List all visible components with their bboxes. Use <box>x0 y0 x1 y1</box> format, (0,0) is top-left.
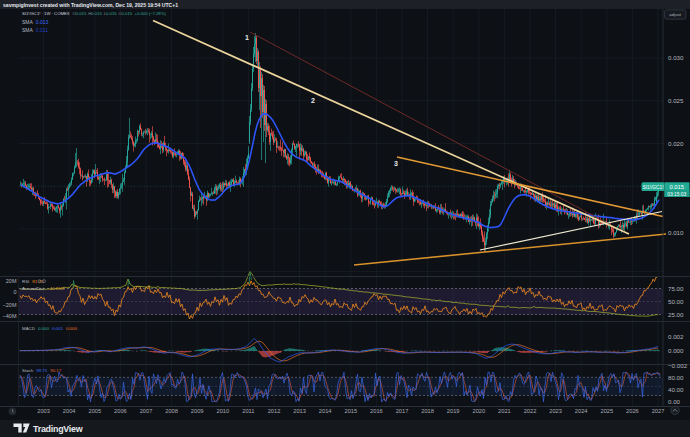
svg-text:0.030: 0.030 <box>668 54 684 61</box>
svg-text:0: 0 <box>13 289 16 295</box>
svg-text:2014: 2014 <box>319 408 332 414</box>
svg-text:2005: 2005 <box>88 408 101 414</box>
svg-text:0.020: 0.020 <box>668 140 684 147</box>
svg-text:2020: 2020 <box>472 408 485 414</box>
svg-text:0.002: 0.002 <box>668 333 684 340</box>
svg-text:2004: 2004 <box>63 408 76 414</box>
svg-text:2010: 2010 <box>216 408 229 414</box>
svg-text:0.010: 0.010 <box>668 229 684 236</box>
svg-text:0.025: 0.025 <box>668 97 684 104</box>
svg-text:2: 2 <box>311 97 315 104</box>
svg-text:TradingView: TradingView <box>33 424 83 434</box>
svg-text:Accum/Dist−40.85M: Accum/Dist−40.85M <box>22 286 65 291</box>
svg-text:2006: 2006 <box>114 408 127 414</box>
svg-text:2008: 2008 <box>165 408 178 414</box>
svg-text:2021: 2021 <box>498 408 511 414</box>
svg-text:2023: 2023 <box>549 408 562 414</box>
svg-text:0.000: 0.000 <box>668 347 684 354</box>
svg-text:2015: 2015 <box>344 408 357 414</box>
svg-text:RSI81.70: RSI81.70 <box>22 279 44 284</box>
svg-text:2007: 2007 <box>140 408 153 414</box>
svg-text:−40M: −40M <box>3 313 17 319</box>
svg-text:2019: 2019 <box>447 408 460 414</box>
svg-text:03:15:03: 03:15:03 <box>667 192 686 197</box>
svg-text:adjust: adjust <box>669 12 681 17</box>
svg-text:2017: 2017 <box>396 408 409 414</box>
svg-text:SI1!/GC1! · 1W · COMEXO0.015H0: SI1!/GC1! · 1W · COMEXO0.015H0.015L0.015… <box>22 11 166 16</box>
svg-text:2022: 2022 <box>524 408 537 414</box>
svg-text:2025: 2025 <box>600 408 613 414</box>
svg-text:2011: 2011 <box>242 408 254 414</box>
svg-text:25.00: 25.00 <box>668 311 684 318</box>
svg-text:2013: 2013 <box>293 408 306 414</box>
svg-text:2012: 2012 <box>268 408 281 414</box>
svg-text:2024: 2024 <box>575 408 588 414</box>
svg-text:2016: 2016 <box>370 408 383 414</box>
svg-text:−20M: −20M <box>3 302 17 308</box>
svg-text:0.015: 0.015 <box>670 184 685 190</box>
svg-text:80.00: 80.00 <box>668 374 684 381</box>
svg-text:0.00: 0.00 <box>668 398 681 405</box>
svg-text:2026: 2026 <box>626 408 639 414</box>
svg-text:SMA0.013: SMA0.013 <box>22 19 49 25</box>
svg-text:SMA0.011: SMA0.011 <box>22 27 48 33</box>
svg-text:−0.002: −0.002 <box>668 362 688 369</box>
svg-text:2003: 2003 <box>37 408 50 414</box>
svg-text:2018: 2018 <box>421 408 434 414</box>
svg-text:Stoch98.7590.17: Stoch98.7590.17 <box>22 368 62 373</box>
svg-text:40.00: 40.00 <box>668 386 684 393</box>
svg-text:1: 1 <box>245 34 249 41</box>
svg-text:3: 3 <box>394 160 398 167</box>
svg-text:2009: 2009 <box>191 408 204 414</box>
svg-text:75.00: 75.00 <box>668 285 684 292</box>
svg-text:2027: 2027 <box>652 408 665 414</box>
svg-text:savmpiglnvest created with Tra: savmpiglnvest created with TradingView.c… <box>3 2 178 8</box>
svg-text:20M: 20M <box>6 278 17 284</box>
svg-text:50.00: 50.00 <box>668 298 684 305</box>
svg-text:SI1!/GC1!: SI1!/GC1! <box>642 185 663 190</box>
